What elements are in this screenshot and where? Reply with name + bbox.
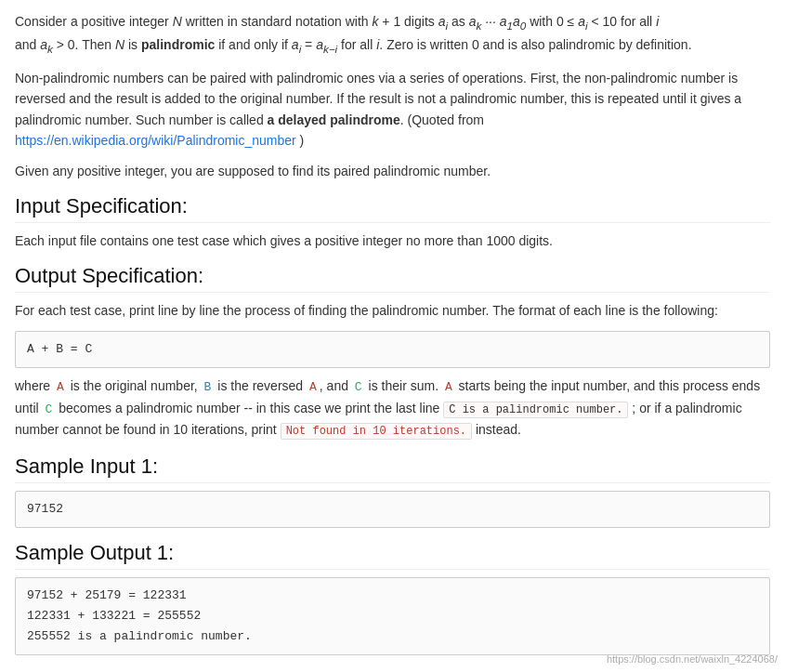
intro-paragraph-3: Given any positive integer, you are supp… <box>15 161 770 181</box>
wikipedia-link[interactable]: https://en.wikipedia.org/wiki/Palindromi… <box>15 133 296 148</box>
intro-paragraph-2: Non-palindromic numbers can be paired wi… <box>15 68 770 152</box>
output-line-1: 97152 + 25179 = 122331 <box>27 586 758 606</box>
output-spec-body: For each test case, print line by line t… <box>15 300 770 321</box>
output-line-3: 255552 is a palindromic number. <box>27 626 758 647</box>
input-spec-heading: Input Specification: <box>15 194 770 223</box>
sample-output-1-heading: Sample Output 1: <box>15 541 770 570</box>
output-spec-heading: Output Specification: <box>15 264 770 293</box>
format-code-block: A + B = C <box>15 331 770 368</box>
sample-input-1-block: 97152 <box>15 491 770 528</box>
output-spec-desc: where A is the original number, B is the… <box>15 376 770 441</box>
intro-paragraph-1: Consider a positive integer N written in… <box>15 11 770 59</box>
output-line-2: 122331 + 133221 = 255552 <box>27 606 758 626</box>
sample-input-1-heading: Sample Input 1: <box>15 455 770 483</box>
input-spec-body: Each input file contains one test case w… <box>15 231 770 251</box>
watermark: https://blog.csdn.net/waixln_4224068/ <box>607 653 778 665</box>
sample-output-1-block: 97152 + 25179 = 122331 122331 + 133221 =… <box>15 577 770 655</box>
